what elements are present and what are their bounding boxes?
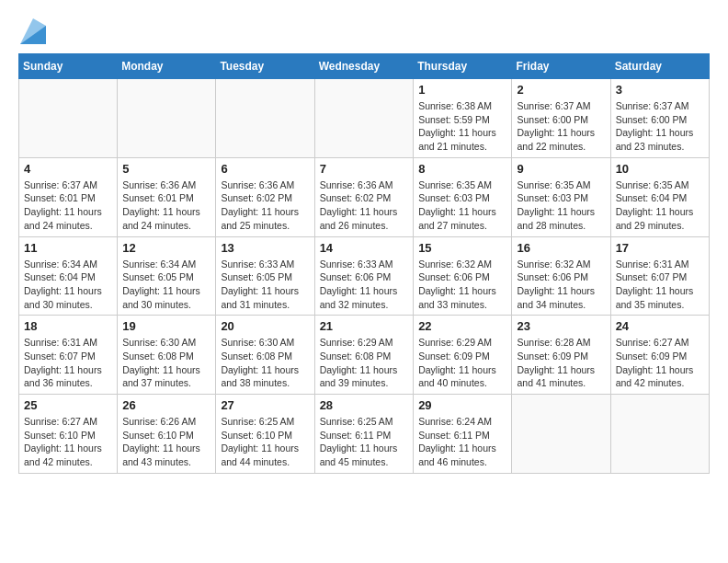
day-number: 23 [517, 319, 605, 333]
day-number: 16 [517, 241, 605, 255]
calendar-cell: 12Sunrise: 6:34 AM Sunset: 6:05 PM Dayli… [118, 236, 216, 316]
day-info: Sunrise: 6:37 AM Sunset: 6:01 PM Dayligh… [24, 178, 112, 233]
calendar-table: SundayMondayTuesdayWednesdayThursdayFrid… [18, 53, 710, 474]
day-number: 19 [122, 319, 210, 333]
calendar-cell: 16Sunrise: 6:32 AM Sunset: 6:06 PM Dayli… [512, 236, 610, 316]
calendar-cell [19, 79, 118, 158]
day-number: 8 [418, 162, 506, 176]
day-number: 20 [221, 319, 309, 333]
weekday-header-thursday: Thursday [414, 54, 512, 79]
weekday-header-sunday: Sunday [19, 54, 118, 79]
day-info: Sunrise: 6:25 AM Sunset: 6:10 PM Dayligh… [221, 415, 309, 469]
calendar-cell: 7Sunrise: 6:36 AM Sunset: 6:02 PM Daylig… [314, 157, 414, 236]
logo-icon [20, 18, 46, 44]
day-info: Sunrise: 6:37 AM Sunset: 6:00 PM Dayligh… [517, 99, 605, 154]
day-number: 9 [517, 162, 605, 176]
day-number: 29 [418, 398, 506, 412]
calendar-cell [610, 395, 709, 474]
calendar-week-5: 25Sunrise: 6:27 AM Sunset: 6:10 PM Dayli… [19, 395, 710, 474]
day-number: 26 [122, 398, 210, 412]
day-number: 7 [320, 162, 409, 176]
day-number: 2 [517, 83, 605, 97]
calendar-cell: 11Sunrise: 6:34 AM Sunset: 6:04 PM Dayli… [19, 236, 118, 316]
weekday-header-wednesday: Wednesday [314, 54, 414, 79]
day-info: Sunrise: 6:36 AM Sunset: 6:01 PM Dayligh… [122, 178, 210, 233]
calendar-week-3: 11Sunrise: 6:34 AM Sunset: 6:04 PM Dayli… [19, 236, 710, 316]
day-number: 24 [616, 319, 704, 333]
day-info: Sunrise: 6:33 AM Sunset: 6:06 PM Dayligh… [320, 258, 409, 312]
day-info: Sunrise: 6:28 AM Sunset: 6:09 PM Dayligh… [517, 336, 605, 390]
calendar-cell: 5Sunrise: 6:36 AM Sunset: 6:01 PM Daylig… [118, 157, 216, 236]
day-info: Sunrise: 6:37 AM Sunset: 6:00 PM Dayligh… [616, 99, 704, 154]
day-number: 4 [24, 162, 112, 176]
calendar-cell: 17Sunrise: 6:31 AM Sunset: 6:07 PM Dayli… [610, 236, 709, 316]
calendar-cell: 28Sunrise: 6:25 AM Sunset: 6:11 PM Dayli… [314, 395, 414, 474]
day-info: Sunrise: 6:30 AM Sunset: 6:08 PM Dayligh… [221, 336, 309, 390]
calendar-cell: 6Sunrise: 6:36 AM Sunset: 6:02 PM Daylig… [216, 157, 314, 236]
day-info: Sunrise: 6:36 AM Sunset: 6:02 PM Dayligh… [221, 178, 309, 233]
calendar-week-2: 4Sunrise: 6:37 AM Sunset: 6:01 PM Daylig… [19, 157, 710, 236]
weekday-header-saturday: Saturday [610, 54, 709, 79]
day-info: Sunrise: 6:35 AM Sunset: 6:03 PM Dayligh… [418, 178, 506, 233]
day-info: Sunrise: 6:31 AM Sunset: 6:07 PM Dayligh… [24, 336, 112, 390]
calendar-cell: 26Sunrise: 6:26 AM Sunset: 6:10 PM Dayli… [118, 395, 216, 474]
day-number: 15 [418, 241, 506, 255]
day-number: 17 [616, 241, 704, 255]
weekday-header-friday: Friday [512, 54, 610, 79]
day-info: Sunrise: 6:30 AM Sunset: 6:08 PM Dayligh… [122, 336, 210, 390]
logo [18, 18, 46, 44]
day-number: 1 [418, 83, 506, 97]
day-info: Sunrise: 6:27 AM Sunset: 6:10 PM Dayligh… [24, 415, 112, 469]
calendar-cell: 19Sunrise: 6:30 AM Sunset: 6:08 PM Dayli… [118, 316, 216, 395]
day-number: 5 [122, 162, 210, 176]
calendar-cell: 13Sunrise: 6:33 AM Sunset: 6:05 PM Dayli… [216, 236, 314, 316]
calendar-cell [118, 79, 216, 158]
calendar-cell: 27Sunrise: 6:25 AM Sunset: 6:10 PM Dayli… [216, 395, 314, 474]
calendar-cell: 8Sunrise: 6:35 AM Sunset: 6:03 PM Daylig… [414, 157, 512, 236]
day-info: Sunrise: 6:34 AM Sunset: 6:04 PM Dayligh… [24, 258, 112, 312]
calendar-cell [512, 395, 610, 474]
calendar-cell: 25Sunrise: 6:27 AM Sunset: 6:10 PM Dayli… [19, 395, 118, 474]
page-header [18, 18, 710, 44]
day-info: Sunrise: 6:34 AM Sunset: 6:05 PM Dayligh… [122, 258, 210, 312]
day-info: Sunrise: 6:32 AM Sunset: 6:06 PM Dayligh… [418, 258, 506, 312]
day-number: 18 [24, 319, 112, 333]
day-number: 14 [320, 241, 409, 255]
calendar-cell: 2Sunrise: 6:37 AM Sunset: 6:00 PM Daylig… [512, 79, 610, 158]
day-info: Sunrise: 6:33 AM Sunset: 6:05 PM Dayligh… [221, 258, 309, 312]
day-number: 3 [616, 83, 704, 97]
calendar-cell: 22Sunrise: 6:29 AM Sunset: 6:09 PM Dayli… [414, 316, 512, 395]
day-info: Sunrise: 6:36 AM Sunset: 6:02 PM Dayligh… [320, 178, 409, 233]
calendar-cell: 21Sunrise: 6:29 AM Sunset: 6:08 PM Dayli… [314, 316, 414, 395]
calendar-cell: 18Sunrise: 6:31 AM Sunset: 6:07 PM Dayli… [19, 316, 118, 395]
calendar-cell: 23Sunrise: 6:28 AM Sunset: 6:09 PM Dayli… [512, 316, 610, 395]
calendar-cell [216, 79, 314, 158]
day-info: Sunrise: 6:24 AM Sunset: 6:11 PM Dayligh… [418, 415, 506, 469]
day-info: Sunrise: 6:27 AM Sunset: 6:09 PM Dayligh… [616, 336, 704, 390]
day-number: 21 [320, 319, 409, 333]
day-number: 28 [320, 398, 409, 412]
day-info: Sunrise: 6:38 AM Sunset: 5:59 PM Dayligh… [418, 99, 506, 154]
calendar-body: 1Sunrise: 6:38 AM Sunset: 5:59 PM Daylig… [19, 79, 710, 474]
day-info: Sunrise: 6:29 AM Sunset: 6:08 PM Dayligh… [320, 336, 409, 390]
calendar-cell: 9Sunrise: 6:35 AM Sunset: 6:03 PM Daylig… [512, 157, 610, 236]
calendar-cell: 20Sunrise: 6:30 AM Sunset: 6:08 PM Dayli… [216, 316, 314, 395]
day-number: 10 [616, 162, 704, 176]
calendar-week-1: 1Sunrise: 6:38 AM Sunset: 5:59 PM Daylig… [19, 79, 710, 158]
day-info: Sunrise: 6:31 AM Sunset: 6:07 PM Dayligh… [616, 258, 704, 312]
calendar-cell: 24Sunrise: 6:27 AM Sunset: 6:09 PM Dayli… [610, 316, 709, 395]
day-info: Sunrise: 6:25 AM Sunset: 6:11 PM Dayligh… [320, 415, 409, 469]
weekday-header-monday: Monday [118, 54, 216, 79]
calendar-header-row: SundayMondayTuesdayWednesdayThursdayFrid… [19, 54, 710, 79]
calendar-cell: 1Sunrise: 6:38 AM Sunset: 5:59 PM Daylig… [414, 79, 512, 158]
day-number: 6 [221, 162, 309, 176]
day-info: Sunrise: 6:26 AM Sunset: 6:10 PM Dayligh… [122, 415, 210, 469]
calendar-week-4: 18Sunrise: 6:31 AM Sunset: 6:07 PM Dayli… [19, 316, 710, 395]
weekday-header-tuesday: Tuesday [216, 54, 314, 79]
day-number: 11 [24, 241, 112, 255]
day-number: 25 [24, 398, 112, 412]
day-info: Sunrise: 6:32 AM Sunset: 6:06 PM Dayligh… [517, 258, 605, 312]
calendar-cell: 10Sunrise: 6:35 AM Sunset: 6:04 PM Dayli… [610, 157, 709, 236]
day-number: 12 [122, 241, 210, 255]
calendar-cell: 3Sunrise: 6:37 AM Sunset: 6:00 PM Daylig… [610, 79, 709, 158]
